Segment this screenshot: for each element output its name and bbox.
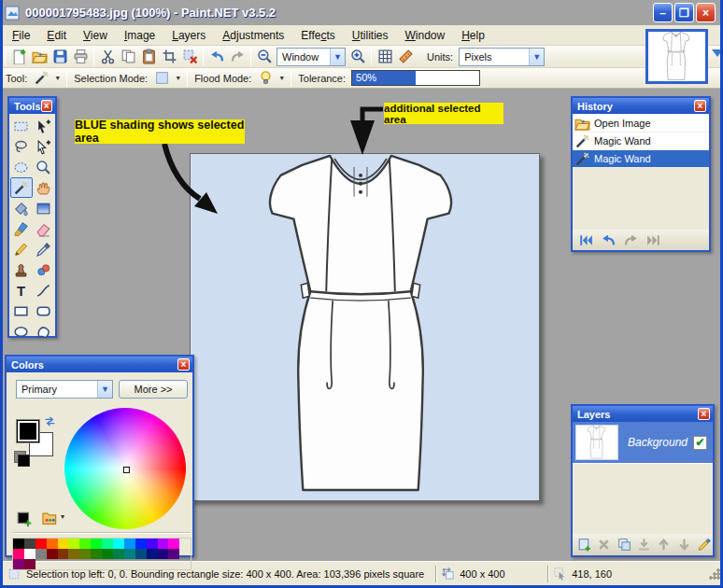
- rectangle-select-tool[interactable]: [10, 116, 33, 136]
- document-list-dropdown-arrow[interactable]: [712, 49, 723, 57]
- layer-visibility-checkbox[interactable]: ✔: [693, 436, 707, 450]
- maximize-button[interactable]: ❐: [674, 3, 694, 22]
- palette-swatch[interactable]: [158, 539, 169, 549]
- color-picker-tool[interactable]: [33, 239, 55, 259]
- undo-button[interactable]: [206, 48, 227, 66]
- deselect-button[interactable]: [179, 48, 200, 66]
- more-button[interactable]: More >>: [119, 380, 188, 399]
- freeform-shape-tool[interactable]: [33, 321, 55, 342]
- move-down-button[interactable]: [675, 537, 692, 553]
- save-button[interactable]: [50, 48, 70, 66]
- move-selection-tool[interactable]: [33, 136, 55, 157]
- active-tool-button[interactable]: [31, 69, 51, 88]
- print-button[interactable]: [70, 48, 91, 66]
- history-item[interactable]: Magic Wand: [573, 133, 709, 150]
- resize-grip[interactable]: [708, 567, 721, 581]
- palette-swatch[interactable]: [13, 559, 24, 569]
- menu-edit[interactable]: Edit: [38, 26, 75, 45]
- recolor-tool[interactable]: [33, 259, 55, 280]
- clone-stamp-tool[interactable]: [10, 259, 33, 280]
- menu-help[interactable]: Help: [453, 26, 493, 45]
- text-tool[interactable]: [10, 280, 33, 301]
- palette-swatch[interactable]: [124, 539, 135, 549]
- selection-mode-dropdown-arrow[interactable]: ▾: [172, 70, 184, 87]
- delete-layer-button[interactable]: [595, 537, 612, 553]
- palette-swatch[interactable]: [35, 539, 47, 549]
- menu-window[interactable]: Window: [397, 26, 454, 45]
- palette-menu-button[interactable]: [40, 510, 58, 527]
- swap-colors-icon[interactable]: [44, 415, 56, 427]
- menu-effects[interactable]: Effects: [292, 26, 343, 45]
- flood-mode-button[interactable]: [255, 69, 276, 88]
- zoom-in-button[interactable]: [347, 48, 368, 66]
- palette-swatch[interactable]: [79, 539, 91, 549]
- menu-layers[interactable]: Layers: [163, 26, 214, 45]
- history-undo-button[interactable]: [599, 231, 617, 248]
- palette-swatch[interactable]: [147, 549, 158, 559]
- palette-swatch[interactable]: [24, 549, 35, 559]
- selection-mode-button[interactable]: [151, 69, 172, 88]
- lasso-select-tool[interactable]: [10, 136, 33, 157]
- history-redo-button[interactable]: [621, 231, 640, 248]
- palette-swatch[interactable]: [68, 539, 79, 549]
- zoom-out-button[interactable]: [254, 48, 275, 66]
- add-layer-button[interactable]: [575, 537, 592, 553]
- palette-swatch[interactable]: [147, 539, 158, 549]
- palette-swatch[interactable]: [47, 549, 58, 559]
- history-item[interactable]: Open Image: [573, 115, 709, 133]
- palette-swatch[interactable]: [113, 539, 124, 549]
- canvas[interactable]: [190, 153, 540, 501]
- palette-swatch[interactable]: [68, 549, 79, 559]
- palette-swatch[interactable]: [13, 549, 24, 559]
- history-rewind-button[interactable]: [576, 231, 595, 248]
- palette-swatch[interactable]: [102, 539, 113, 549]
- paintbrush-tool[interactable]: [10, 218, 33, 239]
- palette-swatch[interactable]: [35, 549, 47, 559]
- palette-swatch[interactable]: [168, 549, 179, 559]
- cut-button[interactable]: [97, 48, 118, 66]
- layer-properties-button[interactable]: [696, 537, 713, 553]
- palette-swatch[interactable]: [113, 549, 124, 559]
- palette-swatch[interactable]: [124, 549, 135, 559]
- layer-row-background[interactable]: Background ✔: [573, 422, 713, 463]
- tools-close-icon[interactable]: ×: [41, 100, 52, 112]
- pencil-tool[interactable]: [10, 239, 33, 259]
- new-file-button[interactable]: [8, 48, 29, 66]
- history-close-icon[interactable]: ×: [694, 100, 706, 112]
- palette-swatch[interactable]: [91, 539, 102, 549]
- zoom-mode-combo[interactable]: Window▼: [276, 48, 346, 66]
- units-combo[interactable]: Pixels▼: [459, 48, 545, 66]
- primary-color-swatch[interactable]: [16, 419, 40, 443]
- paint-bucket-tool[interactable]: [10, 198, 33, 218]
- color-wheel[interactable]: [64, 408, 186, 529]
- line-curve-tool[interactable]: [33, 280, 55, 301]
- palette-swatch[interactable]: [24, 539, 35, 549]
- palette-swatch[interactable]: [168, 539, 179, 549]
- color-mode-combo[interactable]: Primary ▼: [16, 380, 113, 399]
- palette-swatch[interactable]: [58, 549, 69, 559]
- tool-dropdown-arrow[interactable]: ▾: [51, 70, 64, 87]
- palette-swatch[interactable]: [135, 539, 147, 549]
- menu-file[interactable]: File: [4, 26, 38, 45]
- add-color-button[interactable]: [16, 511, 33, 527]
- merge-down-button[interactable]: [635, 537, 652, 553]
- palette-swatch[interactable]: [158, 549, 169, 559]
- mini-primary-swatch[interactable]: [18, 455, 30, 467]
- ruler-button[interactable]: [395, 48, 416, 66]
- duplicate-layer-button[interactable]: [616, 537, 632, 553]
- history-fast-forward-button[interactable]: [644, 231, 662, 248]
- copy-button[interactable]: [118, 48, 138, 66]
- redo-button[interactable]: [227, 48, 248, 66]
- magic-wand-tool[interactable]: [10, 177, 33, 198]
- menu-image[interactable]: Image: [116, 26, 163, 45]
- flood-mode-dropdown-arrow[interactable]: ▾: [276, 70, 288, 87]
- menu-utilities[interactable]: Utilities: [344, 26, 397, 45]
- open-file-button[interactable]: [29, 48, 50, 66]
- tolerance-slider[interactable]: 50%: [351, 70, 480, 86]
- ellipse-select-tool[interactable]: [10, 157, 33, 177]
- grid-button[interactable]: [375, 48, 395, 66]
- gradient-tool[interactable]: [33, 198, 55, 218]
- paste-button[interactable]: [138, 48, 159, 66]
- palette-swatch[interactable]: [91, 549, 102, 559]
- ellipse-tool[interactable]: [10, 321, 33, 342]
